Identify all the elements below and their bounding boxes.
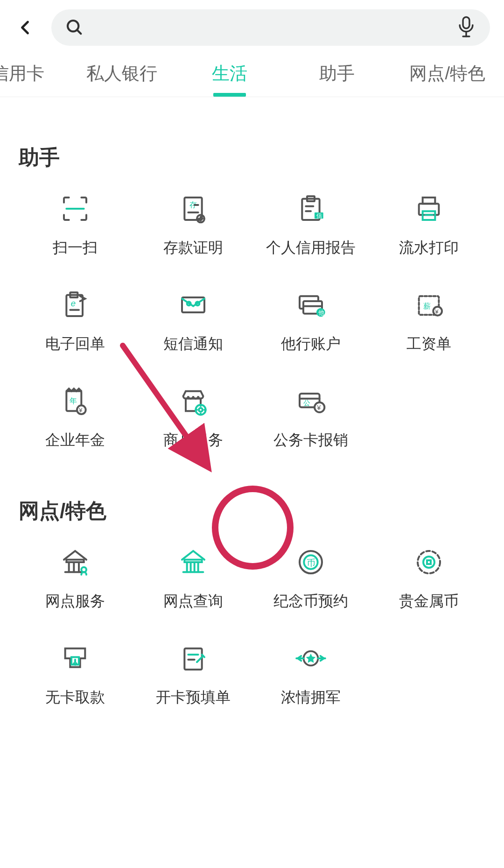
svg-text:¥: ¥: [78, 407, 83, 414]
item-label: 无卡取款: [45, 687, 105, 708]
search-icon: [65, 18, 84, 37]
item-cardless-atm[interactable]: 无卡取款: [19, 640, 132, 708]
back-button[interactable]: [14, 16, 37, 39]
svg-rect-2: [463, 17, 469, 28]
tab-credit-card[interactable]: 信用卡: [0, 50, 68, 97]
svg-text:币: 币: [307, 558, 315, 568]
svg-point-67: [423, 557, 434, 568]
svg-text:年: 年: [70, 397, 77, 405]
scan-icon: [56, 190, 94, 227]
tab-label: 助手: [319, 62, 355, 85]
item-label: 开卡预填单: [156, 687, 231, 708]
item-label: 企业年金: [45, 430, 105, 451]
tab-private-bank[interactable]: 私人银行: [68, 50, 176, 97]
item-label: 贵金属币: [399, 591, 459, 612]
svg-text:¥: ¥: [434, 308, 439, 315]
item-merchant[interactable]: 商户服务: [137, 382, 250, 451]
item-label: 网点服务: [45, 591, 105, 612]
coin-reserve-icon: 币: [292, 543, 329, 581]
item-label: 工资单: [406, 334, 451, 354]
tab-branches[interactable]: 网点/特色: [391, 50, 504, 97]
svg-text:¥: ¥: [317, 404, 322, 411]
svg-text:他: 他: [318, 309, 324, 316]
item-e-receipt[interactable]: e 电子回单: [19, 286, 132, 354]
svg-text:e: e: [71, 298, 76, 308]
search-bar[interactable]: [51, 9, 490, 46]
header-bar: [0, 0, 504, 50]
svg-line-1: [77, 30, 81, 34]
item-annuity[interactable]: 年¥ 企业年金: [19, 382, 132, 451]
official-card-icon: 公¥: [292, 382, 329, 420]
svg-rect-27: [182, 297, 204, 312]
tab-bar: 信用卡 私人银行 生活 助手 网点/特色: [0, 50, 504, 97]
item-label: 纪念币预约: [273, 591, 348, 612]
item-label: 存款证明: [163, 238, 223, 258]
item-label: 扫一扫: [53, 238, 98, 258]
military-icon: [292, 640, 329, 677]
item-label: 流水打印: [399, 238, 459, 258]
tab-assistant[interactable]: 助手: [283, 50, 391, 97]
branch-query-icon: [175, 543, 212, 581]
item-label: 短信通知: [163, 334, 223, 354]
other-bank-icon: 他: [292, 286, 329, 324]
item-credit-report[interactable]: 信 个人信用报告: [254, 190, 368, 258]
svg-text:信: 信: [316, 212, 322, 219]
item-sms[interactable]: 短信通知: [137, 286, 250, 354]
e-receipt-icon: e: [56, 286, 94, 324]
item-military[interactable]: 浓情拥军: [254, 640, 368, 708]
item-preform[interactable]: 开卡预填单: [137, 640, 250, 708]
tab-life[interactable]: 生活: [176, 50, 283, 97]
svg-rect-20: [422, 198, 435, 204]
svg-point-66: [418, 551, 440, 573]
sms-icon: [175, 286, 212, 324]
tab-label: 网点/特色: [409, 62, 485, 85]
section-title: 助手: [19, 144, 485, 171]
cardless-atm-icon: [56, 640, 94, 677]
item-label: 电子回单: [45, 334, 105, 354]
print-icon: [410, 190, 448, 227]
item-scan[interactable]: 扫一扫: [19, 190, 132, 258]
tab-label: 生活: [212, 62, 247, 85]
item-label: 他行账户: [281, 334, 341, 354]
item-print[interactable]: 流水打印: [372, 190, 486, 258]
item-payroll[interactable]: 薪¥ 工资单: [372, 286, 486, 354]
annotation-circle: [212, 486, 294, 570]
branch-service-icon: [56, 543, 94, 581]
tab-label: 私人银行: [86, 62, 157, 85]
item-deposit-cert[interactable]: 存 存款证明: [137, 190, 250, 258]
merchant-icon: [175, 382, 212, 420]
credit-report-icon: 信: [292, 190, 329, 227]
item-other-bank[interactable]: 他 他行账户: [254, 286, 368, 354]
precious-metal-icon: [410, 543, 448, 581]
payroll-icon: 薪¥: [410, 286, 448, 324]
svg-text:薪: 薪: [423, 302, 431, 310]
deposit-cert-icon: 存: [175, 190, 212, 227]
svg-rect-68: [427, 560, 431, 564]
microphone-icon[interactable]: [456, 15, 476, 40]
item-label: 网点查询: [163, 591, 223, 612]
item-label: 公务卡报销: [273, 430, 348, 451]
item-label: 浓情拥军: [281, 687, 341, 708]
grid-assistant: 扫一扫 存 存款证明 信 个人信用报告 流水打印 e 电子回单: [19, 190, 485, 451]
annuity-icon: 年¥: [56, 382, 94, 420]
item-branch-service[interactable]: 网点服务: [19, 543, 132, 612]
item-label: 个人信用报告: [266, 238, 356, 258]
item-precious-metal[interactable]: 贵金属币: [372, 543, 486, 612]
section-assistant: 助手 扫一扫 存 存款证明 信 个人信用报告 流水打印: [0, 97, 504, 451]
item-official-card[interactable]: 公¥ 公务卡报销: [254, 382, 368, 451]
svg-text:公: 公: [303, 399, 310, 407]
preform-icon: [175, 640, 212, 677]
back-icon: [17, 19, 34, 36]
tab-label: 信用卡: [0, 62, 44, 85]
item-label: 商户服务: [163, 430, 223, 451]
